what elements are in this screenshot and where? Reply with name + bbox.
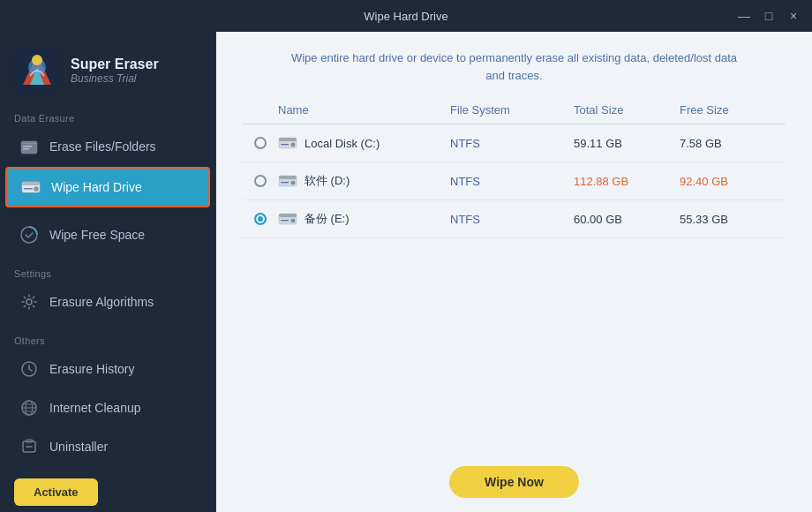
drive-c-name: Local Disk (C:) bbox=[304, 137, 380, 150]
svg-rect-31 bbox=[281, 182, 289, 183]
drive-c-fs: NTFS bbox=[450, 137, 574, 150]
table-col-filesystem: File System bbox=[450, 103, 574, 117]
sidebar-item-internet-cleanup[interactable]: Internet Cleanup bbox=[5, 389, 210, 426]
sidebar-item-label-internet-cleanup: Internet Cleanup bbox=[49, 401, 141, 415]
svg-rect-7 bbox=[23, 146, 32, 147]
svg-point-30 bbox=[291, 181, 295, 184]
sidebar-item-erasure-history[interactable]: Erasure History bbox=[5, 350, 210, 388]
drive-e-radio-col bbox=[243, 213, 278, 225]
table-col-freesize: Free Size bbox=[680, 103, 786, 117]
sidebar-item-label-wipe-hard-drive: Wipe Hard Drive bbox=[51, 180, 142, 194]
drive-d-free: 92.40 GB bbox=[680, 175, 786, 188]
table-row[interactable]: 备份 (E:) NTFS 60.00 GB 55.33 GB bbox=[243, 200, 786, 238]
activate-button[interactable]: Activate bbox=[14, 478, 98, 506]
close-button[interactable]: × bbox=[786, 8, 801, 24]
uninstaller-icon bbox=[19, 437, 39, 456]
drive-e-name-col: 备份 (E:) bbox=[278, 211, 450, 227]
svg-rect-29 bbox=[279, 176, 297, 179]
sidebar-item-label-erasure-history: Erasure History bbox=[49, 362, 134, 376]
app-subtitle: Business Trial bbox=[71, 72, 159, 85]
wipe-now-button[interactable]: Wipe Now bbox=[449, 466, 579, 498]
app-name: Super Eraser bbox=[71, 56, 159, 72]
drive-table: Name File System Total Size Free Size bbox=[216, 96, 812, 454]
drive-d-icon bbox=[278, 173, 297, 189]
content-footer: Wipe Now bbox=[216, 454, 812, 512]
section-settings-label: Settings bbox=[0, 261, 215, 282]
drive-c-total: 59.11 GB bbox=[574, 137, 680, 150]
svg-point-4 bbox=[32, 55, 42, 65]
drive-d-name: 软件 (D:) bbox=[304, 173, 350, 189]
main-layout: Super Eraser Business Trial Data Erasure… bbox=[0, 32, 812, 512]
svg-rect-12 bbox=[24, 188, 33, 190]
history-icon bbox=[19, 359, 39, 379]
sidebar-item-label-erase-files: Erase Files/Folders bbox=[49, 139, 156, 154]
drive-e-radio[interactable] bbox=[254, 213, 267, 225]
sidebar-item-wipe-free-space[interactable]: Wipe Free Space bbox=[5, 216, 210, 253]
svg-rect-35 bbox=[281, 220, 289, 221]
sidebar-item-label-wipe-free-space: Wipe Free Space bbox=[49, 228, 145, 242]
table-row[interactable]: Local Disk (C:) NTFS 59.11 GB 7.58 GB bbox=[243, 124, 786, 162]
svg-point-14 bbox=[26, 299, 32, 305]
window-title: Wipe Hard Drive bbox=[364, 10, 447, 23]
drive-e-name: 备份 (E:) bbox=[304, 211, 350, 227]
sidebar-item-label-uninstaller: Uninstaller bbox=[49, 440, 108, 454]
drive-c-free: 7.58 GB bbox=[680, 137, 786, 150]
section-others-label: Others bbox=[0, 328, 215, 350]
svg-rect-25 bbox=[279, 138, 297, 141]
activate-area: Activate bbox=[0, 466, 215, 512]
globe-icon bbox=[19, 398, 39, 418]
drive-e-free: 55.33 GB bbox=[680, 213, 786, 226]
app-title-block: Super Eraser Business Trial bbox=[71, 56, 159, 85]
drive-c-radio-col bbox=[243, 137, 278, 149]
table-row[interactable]: 软件 (D:) NTFS 112.88 GB 92.40 GB bbox=[243, 162, 786, 200]
sidebar-item-erasure-algorithms[interactable]: Erasure Algorithms bbox=[5, 283, 210, 320]
drive-d-name-col: 软件 (D:) bbox=[278, 173, 450, 189]
drive-d-radio-col bbox=[243, 175, 278, 187]
app-logo-icon bbox=[14, 48, 60, 94]
wipe-free-icon bbox=[19, 225, 39, 245]
content-header: Wipe entire hard drive or device to perm… bbox=[216, 32, 812, 96]
drive-c-radio[interactable] bbox=[254, 137, 267, 149]
app-header: Super Eraser Business Trial bbox=[0, 32, 215, 106]
sidebar-item-label-erasure-algorithms: Erasure Algorithms bbox=[49, 295, 154, 309]
sidebar-item-erase-files[interactable]: Erase Files/Folders bbox=[5, 128, 210, 165]
drive-c-name-col: Local Disk (C:) bbox=[278, 135, 450, 151]
table-col-name: Name bbox=[278, 103, 450, 117]
svg-rect-27 bbox=[281, 144, 289, 145]
minimize-button[interactable]: — bbox=[736, 8, 752, 24]
drive-e-fs: NTFS bbox=[450, 213, 574, 226]
table-header: Name File System Total Size Free Size bbox=[243, 96, 786, 124]
window-controls: — □ × bbox=[736, 8, 801, 24]
table-col-totalsize: Total Size bbox=[574, 103, 680, 117]
drive-d-total: 112.88 GB bbox=[574, 175, 680, 188]
drive-e-icon bbox=[278, 211, 297, 227]
drive-c-icon bbox=[278, 135, 297, 151]
sidebar-item-uninstaller[interactable]: Uninstaller bbox=[5, 428, 210, 465]
svg-rect-8 bbox=[23, 148, 29, 150]
drive-d-fs: NTFS bbox=[450, 175, 574, 188]
svg-point-26 bbox=[291, 143, 295, 147]
content-description: Wipe entire hard drive or device to perm… bbox=[243, 49, 786, 84]
files-icon bbox=[19, 137, 39, 156]
sidebar: Super Eraser Business Trial Data Erasure… bbox=[0, 32, 216, 512]
svg-rect-33 bbox=[279, 214, 297, 217]
content-area: Wipe entire hard drive or device to perm… bbox=[216, 32, 812, 512]
section-data-erasure-label: Data Erasure bbox=[0, 106, 215, 127]
title-bar: Wipe Hard Drive — □ × bbox=[0, 0, 812, 32]
svg-point-11 bbox=[34, 187, 39, 192]
gear-icon bbox=[19, 292, 39, 312]
maximize-button[interactable]: □ bbox=[761, 8, 777, 24]
svg-rect-6 bbox=[21, 143, 37, 144]
table-header-select bbox=[243, 103, 278, 117]
hard-drive-icon bbox=[21, 177, 41, 197]
drive-e-total: 60.00 GB bbox=[574, 213, 680, 226]
sidebar-item-wipe-hard-drive[interactable]: Wipe Hard Drive bbox=[5, 167, 210, 207]
drive-d-radio[interactable] bbox=[254, 175, 267, 187]
svg-point-34 bbox=[291, 219, 295, 222]
svg-rect-10 bbox=[22, 182, 40, 185]
